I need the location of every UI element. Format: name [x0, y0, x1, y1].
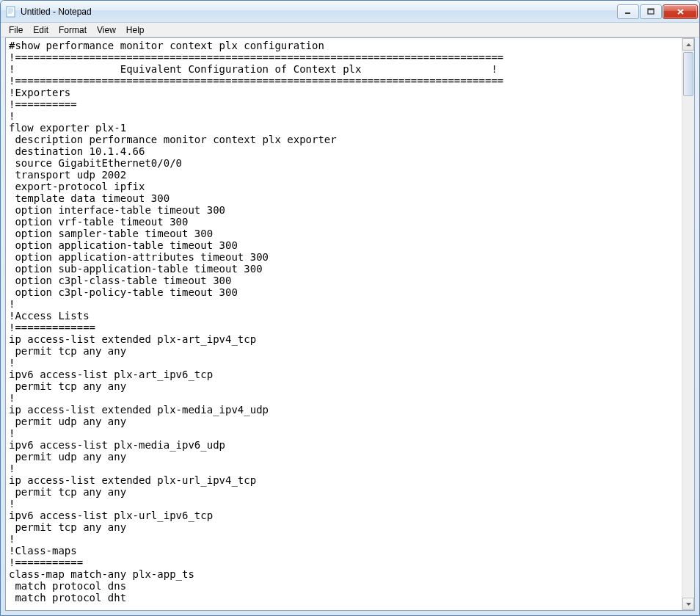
close-icon: [677, 8, 685, 15]
maximize-icon: [647, 8, 655, 15]
minimize-icon: [624, 8, 632, 15]
notepad-window: Untitled - Notepad File Edit Format View…: [0, 0, 700, 616]
menubar: File Edit Format View Help: [1, 23, 699, 37]
minimize-button[interactable]: [617, 4, 639, 19]
menu-view[interactable]: View: [92, 23, 121, 37]
menu-format[interactable]: Format: [54, 23, 92, 37]
client-area: #show performance monitor context plx co…: [6, 38, 694, 610]
maximize-button[interactable]: [640, 4, 662, 19]
chevron-up-icon: [686, 43, 691, 46]
window-controls: [616, 4, 698, 19]
menu-edit[interactable]: Edit: [28, 23, 54, 37]
scroll-up-button[interactable]: [682, 38, 694, 51]
menu-help[interactable]: Help: [121, 23, 150, 37]
window-title: Untitled - Notepad: [21, 7, 616, 17]
scroll-down-button[interactable]: [682, 598, 694, 610]
notepad-app-icon: [5, 6, 17, 18]
scroll-track[interactable]: [682, 51, 694, 598]
client-area-wrap: #show performance monitor context plx co…: [5, 37, 695, 611]
menu-file[interactable]: File: [4, 23, 28, 37]
close-button[interactable]: [663, 4, 698, 19]
scroll-thumb[interactable]: [683, 52, 693, 96]
text-editor[interactable]: #show performance monitor context plx co…: [6, 38, 682, 610]
chevron-down-icon: [686, 603, 691, 606]
vertical-scrollbar[interactable]: [682, 38, 694, 610]
titlebar[interactable]: Untitled - Notepad: [1, 1, 699, 23]
